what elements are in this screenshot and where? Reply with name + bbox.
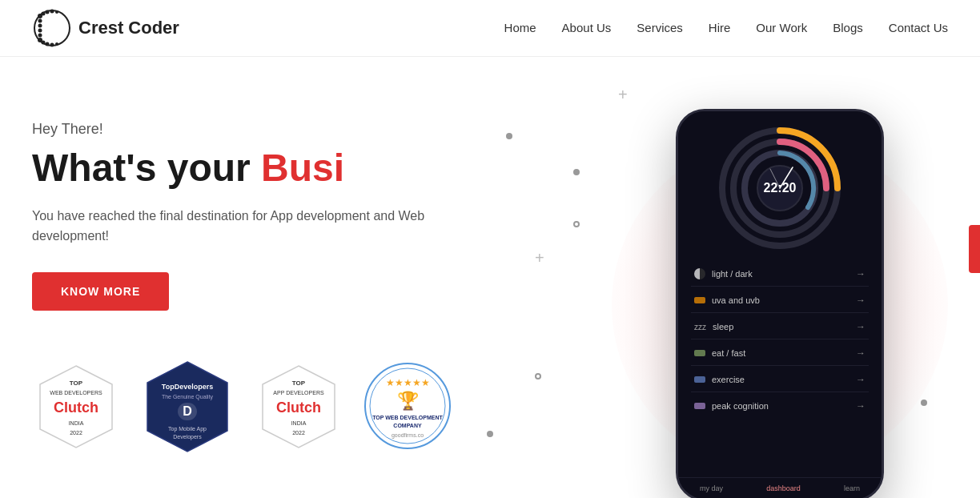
nav-link-home[interactable]: Home <box>504 21 536 34</box>
nav-item-about[interactable]: About Us <box>562 21 612 35</box>
nav-link-services[interactable]: Services <box>637 21 683 34</box>
svg-point-2 <box>42 12 46 16</box>
svg-text:Top Mobile App: Top Mobile App <box>168 426 207 432</box>
menu-arrow-5: → <box>856 400 866 412</box>
svg-text:2022: 2022 <box>292 430 305 436</box>
cognition-icon <box>694 403 705 409</box>
svg-text:goodfirms.co: goodfirms.co <box>392 432 424 439</box>
svg-text:★★★★★: ★★★★★ <box>386 377 430 388</box>
phone-menu-item-4: exercise → <box>691 367 869 392</box>
svg-text:Developers: Developers <box>173 434 202 440</box>
menu-arrow-0: → <box>856 268 866 279</box>
nav-item-blogs[interactable]: Blogs <box>833 21 863 35</box>
nav-item-ourwork[interactable]: Our Work <box>756 21 807 35</box>
svg-point-11 <box>42 41 46 45</box>
tab-learn[interactable]: learn <box>844 484 860 492</box>
menu-arrow-1: → <box>856 295 866 306</box>
deco-dot-2 <box>573 169 580 175</box>
topdevelopers-badge-svg: TopDevelopers The Genuine Quality D Top … <box>139 359 235 455</box>
svg-text:The Genuine Quality: The Genuine Quality <box>162 394 214 400</box>
logo-icon <box>32 8 72 48</box>
exercise-icon <box>694 376 705 383</box>
svg-text:TOP WEB DEVELOPMENT: TOP WEB DEVELOPMENT <box>372 415 443 420</box>
phone-menu-item-1: uva and uvb → <box>691 288 869 313</box>
phone-mockup: 22:20 light / dark → uva and u <box>676 109 884 498</box>
logo[interactable]: Crest Coder <box>32 8 179 48</box>
svg-text:COMPANY: COMPANY <box>393 423 422 428</box>
svg-point-7 <box>38 24 42 28</box>
badge-clutch-web: TOP WEB DEVELOPERS Clutch INDIA 2022 <box>32 363 120 451</box>
menu-label-5: peak cognition <box>712 401 769 411</box>
phone-menu-left-5: peak cognition <box>694 401 769 411</box>
svg-point-6 <box>38 19 42 23</box>
svg-point-8 <box>38 29 42 33</box>
phone-menu: light / dark → uva and uvb → zzz <box>688 262 872 418</box>
phone-menu-left-0: light / dark <box>694 268 753 279</box>
phone-bottom-bar: my day dashboard learn <box>678 477 882 498</box>
clutch-web-badge-svg: TOP WEB DEVELOPERS Clutch INDIA 2022 <box>32 363 120 451</box>
menu-arrow-3: → <box>856 347 866 359</box>
navbar: Crest Coder Home About Us Services Hire … <box>0 0 980 57</box>
nav-link-contact[interactable]: Contact Us <box>889 21 948 34</box>
nav-item-home[interactable]: Home <box>504 21 536 35</box>
deco-circle-2 <box>535 373 541 380</box>
svg-point-3 <box>46 10 50 14</box>
svg-text:APP DEVELOPERS: APP DEVELOPERS <box>273 390 324 396</box>
nav-item-contact[interactable]: Contact Us <box>889 21 948 35</box>
tab-myday[interactable]: my day <box>700 484 723 492</box>
hero-left: Hey There! What's your Busi You have rea… <box>32 89 528 455</box>
sleep-icon: zzz <box>694 323 706 331</box>
svg-text:INDIA: INDIA <box>291 420 307 426</box>
know-more-button[interactable]: KNOW MORE <box>32 272 169 311</box>
hero-title-highlight: Busi <box>261 147 344 189</box>
hero-title: What's your Busi <box>32 147 528 190</box>
hero-title-part1: What's your <box>32 147 261 189</box>
svg-text:INDIA: INDIA <box>69 420 84 426</box>
clock-ring-area: 22:20 <box>716 124 844 252</box>
goodfirms-badge-svg: ★★★★★ 🏆 TOP WEB DEVELOPMENT COMPANY good… <box>362 360 454 452</box>
hero-greeting: Hey There! <box>32 121 528 138</box>
svg-point-14 <box>55 42 58 46</box>
phone-menu-left-2: zzz sleep <box>694 322 733 331</box>
badge-clutch-app: TOP APP DEVELOPERS Clutch INDIA 2022 <box>255 363 343 451</box>
nav-link-hire[interactable]: Hire <box>709 21 731 34</box>
clutch-app-badge-svg: TOP APP DEVELOPERS Clutch INDIA 2022 <box>255 363 343 451</box>
menu-label-4: exercise <box>712 375 745 384</box>
right-edge-accent <box>969 225 980 273</box>
hero-right: 22:20 light / dark → uva and u <box>612 89 948 498</box>
deco-plus-2: + <box>535 249 544 267</box>
menu-arrow-4: → <box>856 374 866 385</box>
badge-topdevelopers: TopDevelopers The Genuine Quality D Top … <box>139 359 235 455</box>
phone-screen: 22:20 light / dark → uva and u <box>678 111 882 477</box>
svg-text:Clutch: Clutch <box>276 400 321 416</box>
brand-name: Crest Coder <box>78 18 179 38</box>
nav-link-about[interactable]: About Us <box>562 21 612 34</box>
menu-label-1: uva and uvb <box>712 295 760 305</box>
phone-menu-item-5: peak cognition → <box>691 394 869 418</box>
svg-point-13 <box>50 43 54 47</box>
menu-label-3: eat / fast <box>712 348 745 358</box>
nav-item-services[interactable]: Services <box>637 21 683 35</box>
menu-arrow-2: → <box>856 321 866 332</box>
phone-menu-left-1: uva and uvb <box>694 295 760 305</box>
nav-link-ourwork[interactable]: Our Work <box>756 21 807 34</box>
svg-point-12 <box>46 42 50 46</box>
svg-text:WEB DEVELOPERS: WEB DEVELOPERS <box>50 390 102 396</box>
phone-menu-item-0: light / dark → <box>691 262 869 287</box>
phone-menu-item-2: zzz sleep → <box>691 315 869 339</box>
nav-link-blogs[interactable]: Blogs <box>833 21 863 34</box>
svg-text:2022: 2022 <box>70 430 82 436</box>
hero-subtitle: You have reached the final destination f… <box>32 206 448 247</box>
svg-text:🏆: 🏆 <box>397 390 420 412</box>
svg-point-9 <box>38 34 42 38</box>
tab-dashboard[interactable]: dashboard <box>766 484 801 492</box>
svg-text:TOP: TOP <box>70 380 83 387</box>
nav-item-hire[interactable]: Hire <box>709 21 731 35</box>
badges-row: TOP WEB DEVELOPERS Clutch INDIA 2022 Top… <box>32 359 528 455</box>
phone-menu-item-3: eat / fast → <box>691 341 869 366</box>
hero-section: + + + Hey There! What's your Busi You ha… <box>0 57 980 498</box>
svg-point-4 <box>50 10 54 14</box>
light-dark-icon <box>694 268 705 279</box>
deco-circle-1 <box>573 221 580 227</box>
svg-text:Clutch: Clutch <box>54 400 98 416</box>
